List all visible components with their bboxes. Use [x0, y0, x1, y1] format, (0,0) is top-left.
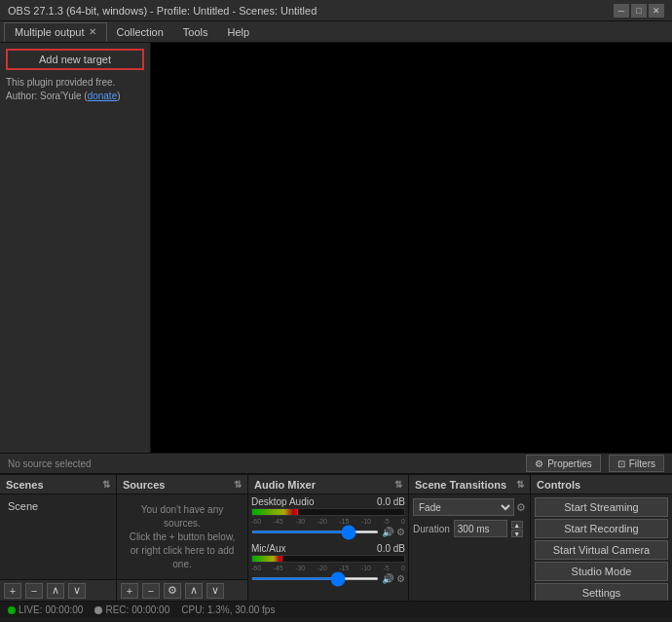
minimize-button[interactable]: ─	[614, 4, 629, 18]
live-indicator	[8, 606, 16, 614]
cpu-label: CPU: 1.3%, 30.00 fps	[181, 604, 275, 615]
sources-placeholder: You don't have any sources. Click the + …	[121, 499, 243, 575]
close-button[interactable]: ✕	[649, 4, 664, 18]
transitions-sort-icon[interactable]: ⇅	[516, 479, 524, 490]
plugin-info: This plugin provided free. Author: Sora'…	[6, 76, 144, 103]
transition-select-row: Fade ⚙	[413, 498, 526, 516]
sources-down-button[interactable]: ∨	[206, 583, 224, 599]
sources-remove-button[interactable]: −	[142, 583, 160, 599]
help-menu[interactable]: Help	[218, 22, 260, 42]
title-text: OBS 27.1.3 (64-bit, windows) - Profile: …	[8, 5, 317, 17]
placeholder-line3: or right click here to add one.	[125, 544, 240, 571]
sources-sort-icon[interactable]: ⇅	[234, 479, 242, 490]
author-label: Author: Sora'Yule (	[6, 91, 88, 101]
rec-label: REC:	[105, 604, 129, 615]
audio-panel: Audio Mixer ⇅ Desktop Audio 0.0 dB -60 -…	[248, 475, 409, 601]
no-source-text: No source selected	[8, 458, 518, 469]
settings-button[interactable]: Settings	[535, 583, 668, 601]
add-new-target-button[interactable]: Add new target	[6, 49, 144, 70]
scenes-down-button[interactable]: ∨	[68, 583, 86, 599]
duration-input[interactable]	[454, 520, 507, 537]
live-label: LIVE:	[19, 604, 42, 615]
desktop-audio-mute-icon[interactable]: 🔊	[382, 527, 393, 537]
duration-up-button[interactable]: ▲	[511, 521, 523, 529]
audio-title: Audio Mixer	[254, 479, 316, 491]
transitions-panel: Scene Transitions ⇅ Fade ⚙ Duration ▲ ▼	[409, 475, 531, 601]
scene-item[interactable]: Scene	[4, 498, 112, 514]
source-bar: No source selected Properties ⊡ Filters	[0, 453, 672, 474]
controls-content: Start Streaming Start Recording Start Vi…	[531, 494, 672, 601]
tools-menu[interactable]: Tools	[173, 22, 218, 42]
desktop-audio-channel: Desktop Audio 0.0 dB -60 -45 -30 -20 -15…	[251, 496, 405, 537]
desktop-audio-settings-icon[interactable]: ⚙	[396, 527, 405, 537]
sources-panel: Sources ⇅ You don't have any sources. Cl…	[117, 475, 248, 601]
start-virtual-camera-button[interactable]: Start Virtual Camera	[535, 540, 668, 560]
transitions-title: Scene Transitions	[415, 479, 506, 491]
desktop-audio-slider-row: 🔊 ⚙	[251, 527, 405, 537]
studio-mode-button[interactable]: Studio Mode	[535, 562, 668, 581]
filter-icon: ⊡	[617, 458, 625, 469]
maximize-button[interactable]: □	[631, 4, 647, 18]
status-bar: LIVE: 00:00:00 REC: 00:00:00 CPU: 1.3%, …	[0, 601, 672, 618]
sources-footer: + − ⚙ ∧ ∨	[117, 579, 247, 601]
start-streaming-button[interactable]: Start Streaming	[535, 497, 668, 517]
bottom-panels: Scenes ⇅ Scene + − ∧ ∨ Sources ⇅ You don…	[0, 474, 672, 601]
donate-link[interactable]: donate	[88, 91, 118, 101]
desktop-audio-name: Desktop Audio	[251, 496, 315, 507]
mic-aux-settings-icon[interactable]: ⚙	[396, 573, 405, 584]
mic-aux-meter	[251, 555, 405, 563]
scenes-title: Scenes	[6, 479, 44, 491]
scenes-content: Scene	[0, 494, 116, 579]
duration-down-button[interactable]: ▼	[511, 530, 523, 537]
scenes-header: Scenes ⇅	[0, 475, 116, 494]
title-controls: ─ □ ✕	[614, 4, 664, 18]
live-time: 00:00:00	[45, 604, 83, 615]
mic-aux-db: 0.0 dB	[377, 543, 405, 554]
multiple-output-tab[interactable]: Multiple output ✕	[4, 22, 107, 42]
sources-content[interactable]: You don't have any sources. Click the + …	[117, 494, 247, 579]
sources-title: Sources	[123, 479, 165, 491]
preview-area	[151, 43, 672, 453]
mic-aux-meter-bar	[252, 556, 282, 562]
desktop-audio-meter-bar	[252, 509, 298, 515]
scenes-add-button[interactable]: +	[4, 583, 21, 599]
tab-close-icon[interactable]: ✕	[89, 26, 96, 37]
rec-time: 00:00:00	[131, 604, 169, 615]
live-status: LIVE: 00:00:00	[8, 604, 83, 615]
plugin-text: This plugin provided free.	[6, 77, 115, 88]
desktop-audio-volume-slider[interactable]	[251, 531, 379, 533]
transition-select[interactable]: Fade	[413, 498, 514, 516]
scenes-remove-button[interactable]: −	[25, 583, 43, 599]
left-panel: Add new target This plugin provided free…	[0, 43, 151, 453]
audio-content: Desktop Audio 0.0 dB -60 -45 -30 -20 -15…	[248, 494, 408, 601]
sources-add-button[interactable]: +	[121, 583, 138, 599]
audio-header: Audio Mixer ⇅	[248, 475, 408, 494]
mic-aux-volume-slider[interactable]	[251, 577, 379, 580]
transition-gear-icon[interactable]: ⚙	[516, 501, 526, 514]
gear-icon	[535, 458, 543, 469]
title-bar: OBS 27.1.3 (64-bit, windows) - Profile: …	[0, 0, 672, 21]
start-recording-button[interactable]: Start Recording	[535, 519, 668, 538]
collection-menu[interactable]: Collection	[107, 22, 173, 42]
sources-settings-button[interactable]: ⚙	[164, 583, 181, 599]
mic-aux-slider-row: 🔊 ⚙	[251, 573, 405, 584]
scenes-footer: + − ∧ ∨	[0, 579, 116, 601]
scenes-panel: Scenes ⇅ Scene + − ∧ ∨	[0, 475, 117, 601]
sources-up-button[interactable]: ∧	[185, 583, 203, 599]
menu-bar: Multiple output ✕ Collection Tools Help	[0, 21, 672, 43]
desktop-audio-meter	[251, 508, 405, 516]
mic-aux-channel: Mic/Aux 0.0 dB -60 -45 -30 -20 -15 -10 -…	[251, 543, 405, 584]
properties-button[interactable]: Properties	[526, 455, 601, 472]
controls-panel: Controls Start Streaming Start Recording…	[531, 475, 672, 601]
audio-sort-icon[interactable]: ⇅	[394, 479, 402, 490]
scenes-sort-icon[interactable]: ⇅	[102, 479, 110, 490]
mic-aux-mute-icon[interactable]: 🔊	[382, 573, 393, 584]
filters-button[interactable]: ⊡ Filters	[609, 455, 664, 472]
scenes-up-button[interactable]: ∧	[47, 583, 64, 599]
tab-label: Multiple output	[15, 26, 85, 38]
desktop-audio-header: Desktop Audio 0.0 dB	[251, 496, 405, 507]
duration-row: Duration ▲ ▼	[413, 520, 526, 537]
controls-header: Controls	[531, 475, 672, 494]
mic-aux-header: Mic/Aux 0.0 dB	[251, 543, 405, 554]
rec-indicator	[94, 606, 102, 614]
